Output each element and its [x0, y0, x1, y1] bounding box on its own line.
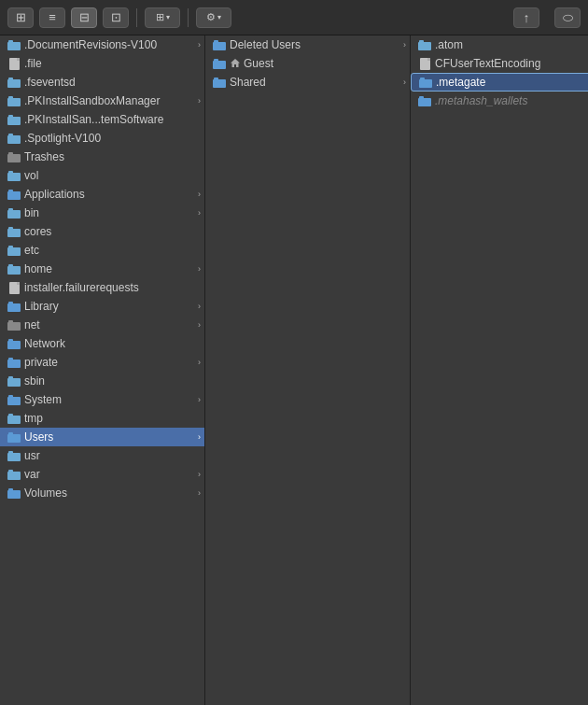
col1-item-system[interactable]: System›	[0, 390, 204, 409]
col3-item-cfusertextencoding[interactable]: CFUserTextEncoding	[411, 54, 588, 73]
folder-icon	[7, 38, 21, 51]
svg-rect-42	[7, 416, 21, 424]
folder-icon	[7, 468, 21, 481]
col1-item-documentrevisions[interactable]: .DocumentRevisions-V100›	[0, 35, 204, 54]
folder-icon	[7, 206, 21, 219]
col1-item-system-label: System	[24, 393, 201, 406]
svg-rect-46	[7, 453, 21, 461]
svg-rect-58	[214, 78, 218, 80]
col1-item-library-label: Library	[24, 300, 201, 313]
col1-item-file[interactable]: .file	[0, 54, 204, 73]
col1-item-bin[interactable]: bin›	[0, 204, 204, 222]
col1-item-sbin-label: sbin	[24, 374, 201, 388]
svg-rect-36	[7, 360, 21, 368]
col1-item-home-label: home	[24, 262, 201, 275]
col1-item-usr[interactable]: usr	[0, 446, 204, 465]
chevron-right-icon: ›	[198, 190, 201, 199]
svg-rect-24	[8, 246, 13, 248]
col1-item-usr-label: usr	[24, 449, 201, 462]
col1-item-users[interactable]: Users›	[0, 428, 204, 446]
chevron-right-icon: ›	[198, 470, 201, 479]
col1-item-pkinstallsandboxmanager[interactable]: .PKInstallSandboxManager›	[0, 92, 204, 110]
chevron-right-icon: ›	[198, 40, 201, 49]
separator-2	[188, 8, 189, 27]
col1-item-spotlight[interactable]: .Spotlight-V100	[0, 129, 204, 148]
column-view-button[interactable]: ⊟	[71, 7, 97, 28]
column-3: .atom CFUserTextEncoding .metagate› .met…	[411, 35, 588, 705]
col1-item-etc[interactable]: etc	[0, 241, 204, 260]
col1-item-library[interactable]: Library›	[0, 297, 204, 316]
svg-rect-10	[8, 115, 13, 118]
col1-item-cores-label: cores	[24, 225, 201, 238]
col1-item-private[interactable]: private›	[0, 353, 204, 372]
chevron-right-icon: ›	[198, 358, 201, 367]
col3-item-metahash-wallets[interactable]: .metahash_wallets	[411, 92, 588, 110]
col2-item-shared[interactable]: Shared›	[205, 73, 410, 92]
col1-item-pkinstallsandboxmanager-label: .PKInstallSandboxManager	[24, 94, 201, 107]
col3-item-metagate[interactable]: .metagate›	[411, 73, 588, 92]
action-menu-button[interactable]: ⚙ ▾	[196, 7, 231, 28]
col1-item-installerfailure[interactable]: installer.failurerequests	[0, 278, 204, 297]
folder-icon	[7, 262, 21, 275]
svg-rect-34	[7, 341, 21, 349]
col1-item-net[interactable]: net›	[0, 316, 204, 334]
col3-item-atom-label: .atom	[435, 38, 588, 51]
tag-button[interactable]: ⬭	[554, 7, 581, 28]
svg-rect-7	[7, 98, 21, 106]
chevron-right-icon: ›	[198, 96, 201, 106]
col1-item-var[interactable]: var›	[0, 465, 204, 484]
col2-item-shared-label: Shared	[230, 76, 406, 89]
svg-rect-41	[8, 395, 13, 398]
chevron-right-icon: ›	[403, 78, 406, 87]
col1-item-home[interactable]: home›	[0, 260, 204, 278]
toolbar: ⊞ ≡ ⊟ ⊡ ⊞ ▾ ⚙ ▾ ↑ ⬭	[0, 0, 588, 35]
svg-rect-0	[7, 42, 21, 50]
col2-item-guest[interactable]: Guest	[205, 54, 410, 73]
svg-rect-65	[420, 78, 425, 80]
col1-item-volumes[interactable]: Volumes›	[0, 484, 204, 502]
chevron-right-icon: ›	[198, 488, 201, 498]
col1-item-vol[interactable]: vol	[0, 166, 204, 185]
col3-item-metahash-wallets-label: .metahash_wallets	[435, 94, 588, 107]
col3-item-atom[interactable]: .atom	[411, 35, 588, 54]
col1-item-tmp[interactable]: tmp	[0, 409, 204, 428]
svg-rect-9	[7, 117, 21, 125]
col1-item-net-label: net	[24, 318, 201, 331]
folder-blue-icon	[7, 356, 21, 369]
col2-item-deleted-users[interactable]: Deleted Users›	[205, 35, 410, 54]
share-button[interactable]: ↑	[513, 7, 539, 28]
col1-item-trashes[interactable]: Trashes	[0, 148, 204, 166]
folder-icon	[7, 113, 21, 126]
folder-icon	[7, 76, 21, 89]
svg-rect-44	[7, 434, 21, 443]
gallery-view-button[interactable]: ⊡	[103, 7, 129, 28]
svg-rect-12	[8, 134, 13, 136]
separator-1	[136, 8, 137, 27]
svg-rect-66	[418, 98, 431, 106]
chevron-right-icon: ›	[198, 264, 201, 274]
folder-blue-icon	[7, 430, 21, 444]
svg-rect-40	[7, 397, 21, 405]
folder-blue-icon	[213, 38, 226, 51]
col1-item-applications[interactable]: Applications›	[0, 185, 204, 204]
col1-item-pkinstallsandboxmanager2[interactable]: .PKInstallSan...temSoftware	[0, 110, 204, 129]
folder-blue-icon	[7, 486, 21, 500]
view-options-button[interactable]: ⊞ ▾	[145, 7, 180, 28]
grid-view-button[interactable]: ⊞	[7, 7, 34, 28]
col1-item-sbin[interactable]: sbin	[0, 372, 204, 390]
folder-gray-icon	[7, 318, 21, 331]
list-view-button[interactable]: ≡	[39, 7, 65, 28]
svg-rect-67	[419, 96, 424, 99]
svg-rect-39	[8, 376, 13, 379]
svg-rect-64	[419, 79, 432, 88]
col1-item-cores[interactable]: cores	[0, 222, 204, 241]
col1-item-network[interactable]: Network	[0, 334, 204, 353]
col1-item-bin-label: bin	[24, 206, 201, 219]
svg-rect-25	[7, 266, 21, 275]
col1-item-etc-label: etc	[24, 244, 201, 257]
col1-item-fseventsd[interactable]: .fseventsd	[0, 73, 204, 92]
svg-rect-49	[8, 470, 13, 472]
chevron-right-icon: ›	[198, 208, 201, 218]
folder-icon	[418, 38, 431, 51]
folder-icon	[7, 449, 21, 462]
